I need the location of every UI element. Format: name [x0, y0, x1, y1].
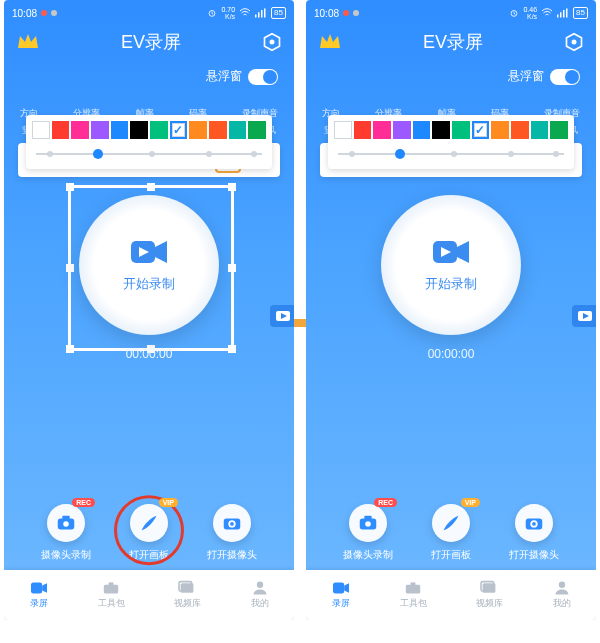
nav-library[interactable]: 视频库	[476, 580, 503, 610]
status-dot-icon	[51, 10, 57, 16]
color-swatch[interactable]	[150, 121, 168, 139]
phone-screen-after: 10:08 0.46K/s 85 EV录屏 悬浮窗 方向	[306, 0, 596, 620]
svg-rect-51	[406, 585, 420, 594]
status-time: 10:08	[314, 8, 339, 19]
alarm-icon	[509, 8, 519, 18]
brush-size-slider[interactable]	[338, 147, 564, 161]
battery-indicator: 85	[573, 7, 588, 19]
color-swatch[interactable]	[91, 121, 109, 139]
action-open-canvas[interactable]: VIP 打开画板	[129, 504, 169, 562]
alarm-icon	[207, 8, 217, 18]
color-swatch[interactable]	[550, 121, 568, 139]
pip-toggle-icon[interactable]	[270, 305, 294, 327]
brush-size-slider[interactable]	[36, 147, 262, 161]
wifi-icon	[541, 8, 553, 18]
app-title: EV录屏	[121, 30, 181, 54]
action-open-camera[interactable]: 打开摄像头	[207, 504, 257, 562]
settings-strip: 方向 分辨率 帧率 码率 录制声音 竖屏 麦克风	[320, 107, 582, 137]
action-label: 打开摄像头	[509, 548, 559, 562]
nav-label: 我的	[251, 597, 269, 610]
svg-rect-30	[557, 15, 559, 18]
action-camera-record[interactable]: REC 摄像头录制	[41, 504, 91, 562]
svg-marker-50	[344, 583, 349, 593]
nav-mine[interactable]: 我的	[250, 580, 270, 610]
nav-label: 录屏	[332, 597, 350, 610]
nav-record[interactable]: 录屏	[29, 580, 49, 610]
settings-hex-icon[interactable]	[262, 32, 282, 52]
color-swatch[interactable]	[334, 121, 352, 139]
netspeed: 0.70K/s	[221, 6, 235, 20]
crown-icon[interactable]	[16, 32, 40, 52]
netspeed: 0.46K/s	[523, 6, 537, 20]
action-open-canvas[interactable]: VIP 打开画板	[431, 504, 471, 562]
camera-icon	[431, 237, 471, 271]
svg-marker-39	[457, 241, 469, 263]
color-swatch[interactable]	[511, 121, 529, 139]
wifi-icon	[239, 8, 251, 18]
svg-marker-12	[155, 241, 167, 263]
phone-screen-before: 10:08 0.70K/s 85 EV录屏 悬浮窗 方向	[4, 0, 294, 620]
color-swatch[interactable]	[189, 121, 207, 139]
color-swatch[interactable]	[229, 121, 247, 139]
color-swatch[interactable]	[170, 121, 188, 139]
color-swatch[interactable]	[130, 121, 148, 139]
color-swatch[interactable]	[393, 121, 411, 139]
status-bar: 10:08 0.46K/s 85	[306, 0, 596, 24]
color-swatch[interactable]	[373, 121, 391, 139]
action-label: 摄像头录制	[343, 548, 393, 562]
svg-point-17	[63, 521, 69, 527]
rec-badge: REC	[72, 498, 95, 507]
action-label: 打开画板	[129, 548, 169, 562]
svg-rect-33	[566, 9, 568, 18]
crown-icon[interactable]	[318, 32, 342, 52]
signal-icon	[557, 8, 569, 18]
action-camera-record[interactable]: REC 摄像头录制	[343, 504, 393, 562]
svg-point-35	[571, 40, 576, 45]
camera-icon	[129, 237, 169, 271]
status-time: 10:08	[12, 8, 37, 19]
status-dot-icon	[343, 10, 349, 16]
nav-label: 我的	[553, 597, 571, 610]
color-swatch[interactable]	[52, 121, 70, 139]
status-dot-icon	[353, 10, 359, 16]
nav-tools[interactable]: 工具包	[98, 580, 125, 610]
nav-label: 视频库	[476, 597, 503, 610]
color-swatch[interactable]	[452, 121, 470, 139]
float-window-toggle[interactable]	[248, 69, 278, 85]
svg-rect-5	[261, 10, 263, 18]
nav-label: 工具包	[400, 597, 427, 610]
svg-rect-45	[364, 516, 371, 520]
record-button[interactable]: 开始录制	[79, 195, 219, 335]
color-swatch[interactable]	[432, 121, 450, 139]
svg-rect-32	[563, 10, 565, 18]
action-label: 摄像头录制	[41, 548, 91, 562]
pip-toggle-icon[interactable]	[572, 305, 596, 327]
color-swatch[interactable]	[32, 121, 50, 139]
color-swatch[interactable]	[472, 121, 490, 139]
color-swatch[interactable]	[354, 121, 372, 139]
svg-point-44	[365, 521, 371, 527]
nav-label: 工具包	[98, 597, 125, 610]
color-swatch[interactable]	[111, 121, 129, 139]
nav-mine[interactable]: 我的	[552, 580, 572, 610]
action-row: REC 摄像头录制 VIP 打开画板 打开摄像头	[4, 504, 294, 562]
color-swatch[interactable]	[491, 121, 509, 139]
color-swatch[interactable]	[248, 121, 266, 139]
svg-rect-52	[411, 582, 416, 585]
svg-marker-23	[42, 583, 47, 593]
color-swatch[interactable]	[209, 121, 227, 139]
action-row: REC 摄像头录制 VIP 打开画板 打开摄像头	[306, 504, 596, 562]
color-swatch[interactable]	[413, 121, 431, 139]
settings-hex-icon[interactable]	[564, 32, 584, 52]
float-window-toggle[interactable]	[550, 69, 580, 85]
color-swatch[interactable]	[71, 121, 89, 139]
svg-rect-24	[104, 585, 118, 594]
nav-tools[interactable]: 工具包	[400, 580, 427, 610]
nav-record[interactable]: 录屏	[331, 580, 351, 610]
timecode: 00:00:00	[4, 347, 294, 361]
nav-library[interactable]: 视频库	[174, 580, 201, 610]
action-open-camera[interactable]: 打开摄像头	[509, 504, 559, 562]
record-label: 开始录制	[425, 275, 477, 293]
record-button[interactable]: 开始录制	[381, 195, 521, 335]
color-swatch[interactable]	[531, 121, 549, 139]
